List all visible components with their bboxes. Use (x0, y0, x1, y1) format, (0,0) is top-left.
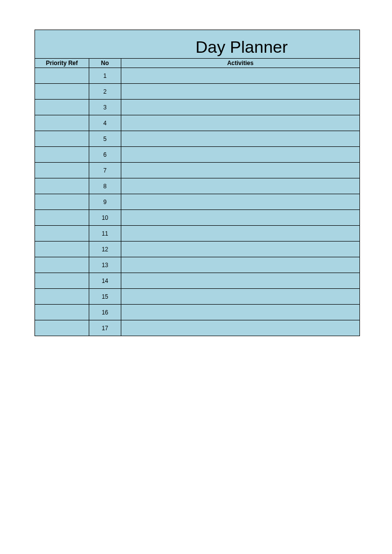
no-cell: 6 (89, 147, 121, 163)
priority-cell (35, 115, 89, 131)
priority-cell (35, 273, 89, 289)
no-cell: 8 (89, 178, 121, 194)
activities-cell (121, 194, 359, 210)
priority-cell (35, 210, 89, 226)
header-priority: Priority Ref (35, 59, 89, 68)
header-no: No (89, 59, 121, 68)
table-row: 7 (35, 163, 360, 178)
table-row: 1 (35, 68, 360, 84)
activities-cell (121, 100, 359, 115)
priority-cell (35, 305, 89, 320)
table-row: 14 (35, 273, 360, 289)
activities-cell (121, 289, 359, 305)
priority-cell (35, 226, 89, 242)
table-row: 5 (35, 131, 360, 147)
priority-cell (35, 131, 89, 147)
activities-cell (121, 242, 359, 257)
header-activities: Activities (121, 59, 359, 68)
priority-cell (35, 289, 89, 305)
activities-cell (121, 178, 359, 194)
activities-cell (121, 210, 359, 226)
no-cell: 17 (89, 320, 121, 336)
table-row: 12 (35, 242, 360, 257)
title-row: Day Planner (35, 30, 360, 59)
priority-cell (35, 84, 89, 100)
no-cell: 2 (89, 84, 121, 100)
no-cell: 5 (89, 131, 121, 147)
table-row: 13 (35, 257, 360, 273)
table-row: 8 (35, 178, 360, 194)
no-cell: 11 (89, 226, 121, 242)
table-row: 10 (35, 210, 360, 226)
priority-cell (35, 242, 89, 257)
table-row: 9 (35, 194, 360, 210)
activities-cell (121, 320, 359, 336)
table-row: 11 (35, 226, 360, 242)
no-cell: 10 (89, 210, 121, 226)
table-row: 17 (35, 320, 360, 336)
activities-cell (121, 163, 359, 178)
activities-cell (121, 84, 359, 100)
no-cell: 4 (89, 115, 121, 131)
priority-cell (35, 68, 89, 84)
table-row: 6 (35, 147, 360, 163)
no-cell: 3 (89, 100, 121, 115)
planner-title: Day Planner (35, 30, 360, 59)
priority-cell (35, 178, 89, 194)
priority-cell (35, 320, 89, 336)
activities-cell (121, 226, 359, 242)
priority-cell (35, 194, 89, 210)
no-cell: 7 (89, 163, 121, 178)
priority-cell (35, 257, 89, 273)
activities-cell (121, 131, 359, 147)
priority-cell (35, 163, 89, 178)
activities-cell (121, 273, 359, 289)
priority-cell (35, 100, 89, 115)
activities-cell (121, 68, 359, 84)
no-cell: 15 (89, 289, 121, 305)
day-planner-table: Day Planner Priority Ref No Activities 1… (35, 30, 360, 336)
no-cell: 13 (89, 257, 121, 273)
table-row: 15 (35, 289, 360, 305)
no-cell: 16 (89, 305, 121, 320)
header-row: Priority Ref No Activities (35, 59, 360, 68)
no-cell: 1 (89, 68, 121, 84)
table-row: 3 (35, 100, 360, 115)
no-cell: 12 (89, 242, 121, 257)
activities-cell (121, 147, 359, 163)
table-row: 16 (35, 305, 360, 320)
priority-cell (35, 147, 89, 163)
table-row: 4 (35, 115, 360, 131)
no-cell: 14 (89, 273, 121, 289)
no-cell: 9 (89, 194, 121, 210)
table-row: 2 (35, 84, 360, 100)
activities-cell (121, 115, 359, 131)
activities-cell (121, 257, 359, 273)
activities-cell (121, 305, 359, 320)
